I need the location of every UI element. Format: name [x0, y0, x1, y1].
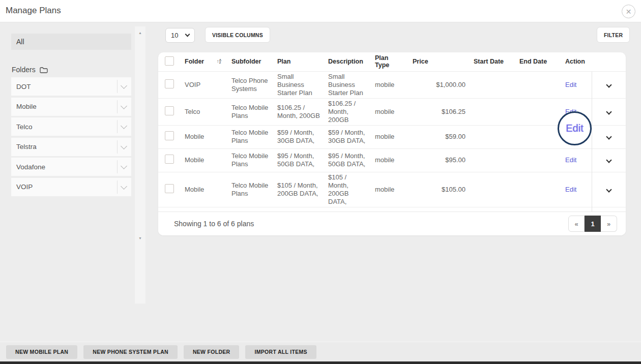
- sort-icon[interactable]: ↑ AZ: [217, 59, 223, 65]
- filter-button[interactable]: FILTER: [597, 27, 630, 43]
- sidebar-item-mobile[interactable]: Mobile: [11, 98, 131, 116]
- column-header-plan-type: Plan Type: [371, 52, 409, 71]
- pagination-next-button[interactable]: »: [601, 216, 617, 232]
- cell-end-date: [515, 98, 561, 125]
- pagination: « 1 »: [568, 216, 617, 232]
- expand-row-icon[interactable]: [606, 109, 611, 114]
- new-folder-button[interactable]: NEW FOLDER: [184, 345, 240, 359]
- folder-item-label: Telco: [16, 123, 33, 131]
- expand-row-icon[interactable]: [606, 134, 611, 139]
- pagination-page-1[interactable]: 1: [585, 216, 601, 232]
- folder-item-label: VOIP: [16, 183, 33, 191]
- select-all-checkbox[interactable]: [165, 56, 174, 66]
- divider: [117, 100, 118, 113]
- divider: [117, 160, 118, 173]
- page-size-select[interactable]: 10: [165, 28, 195, 43]
- chevron-down-icon[interactable]: [121, 163, 127, 169]
- prev-icon: «: [574, 220, 578, 228]
- table-footer: Showing 1 to 6 of 6 plans « 1 »: [158, 211, 626, 235]
- cell-subfolder: Telco Mobile Plans: [227, 98, 273, 125]
- column-header-action: Action: [561, 52, 592, 71]
- cell-end-date: [515, 125, 561, 148]
- cell-plan: Small Business Starter Plan: [273, 71, 324, 98]
- sidebar-item-voip[interactable]: VOIP: [11, 178, 131, 196]
- table-row: Mobile Telco Mobile Plans $59 / Month, 3…: [158, 125, 626, 148]
- table-row: Telco Telco Mobile Plans $106.25 / Month…: [158, 98, 626, 125]
- cell-start-date: [470, 98, 515, 125]
- cell-end-date: [515, 148, 561, 172]
- row-checkbox[interactable]: [165, 184, 174, 193]
- edit-link[interactable]: Edit: [565, 186, 576, 193]
- close-icon: ✕: [626, 8, 632, 16]
- cell-end-date: [515, 71, 561, 98]
- folder-item-label: Vodafone: [16, 163, 45, 171]
- chevron-down-icon[interactable]: [121, 123, 127, 129]
- highlighted-edit-label: Edit: [566, 123, 583, 134]
- cell-plan: $106.25 / Month, 200GB: [273, 98, 324, 125]
- cell-folder: Telco: [181, 98, 227, 125]
- cell-folder: Mobile: [181, 172, 227, 207]
- cell-plan: $59 / Month, 30GB DATA,: [273, 125, 324, 148]
- cell-price: $59.00: [409, 125, 470, 148]
- column-header-subfolder: Subfolder: [227, 52, 273, 71]
- page-title: Manage Plans: [6, 6, 61, 16]
- visible-columns-button[interactable]: VISIBLE COLUMNS: [205, 27, 270, 43]
- table-row: Mobile Telco Mobile Plans $95 / Month, 5…: [158, 148, 626, 172]
- cell-price: $106.25: [409, 98, 470, 125]
- new-phone-system-plan-button[interactable]: NEW PHONE SYSTEM PLAN: [83, 345, 178, 359]
- cell-start-date: [470, 71, 515, 98]
- expand-row-icon[interactable]: [606, 187, 611, 192]
- edit-link[interactable]: Edit: [565, 81, 576, 88]
- pagination-prev-button[interactable]: «: [568, 216, 585, 232]
- new-mobile-plan-button[interactable]: NEW MOBILE PLAN: [6, 345, 77, 359]
- sidebar-item-telstra[interactable]: Telstra: [11, 138, 131, 156]
- expand-row-icon[interactable]: [606, 157, 611, 163]
- edit-highlight-annotation[interactable]: Edit: [558, 111, 592, 145]
- scroll-down-icon[interactable]: ▼: [135, 236, 145, 240]
- chevron-down-icon[interactable]: [121, 143, 127, 149]
- folder-icon: [40, 67, 48, 73]
- row-checkbox[interactable]: [165, 155, 174, 164]
- next-icon: »: [607, 220, 610, 228]
- chevron-down-icon[interactable]: [121, 82, 127, 89]
- sidebar-item-telco[interactable]: Telco: [11, 117, 131, 136]
- import-all-items-button[interactable]: IMPORT ALL ITEMS: [245, 345, 316, 359]
- column-header-start-date: Start Date: [470, 52, 515, 71]
- plans-table: Folder ↑ AZ Subfolder Plan Description P…: [158, 52, 626, 230]
- row-checkbox[interactable]: [165, 106, 174, 115]
- scroll-up-icon[interactable]: ▲: [135, 31, 145, 35]
- expand-row-icon[interactable]: [606, 82, 611, 87]
- table-row: VOIP Telco Phone Systems Small Business …: [158, 71, 626, 98]
- row-checkbox[interactable]: [165, 131, 174, 140]
- cell-subfolder: Telco Mobile Plans: [227, 172, 273, 207]
- cell-start-date: [470, 125, 515, 148]
- cell-description: $105 / Month, 200GB DATA,: [324, 172, 371, 207]
- table-row: Mobile Telco Mobile Plans $105 / Month, …: [158, 172, 626, 207]
- cell-plan: $95 / Month, 50GB DATA,: [273, 148, 324, 172]
- cell-start-date: [470, 172, 515, 207]
- cell-plan: $105 / Month, 200GB DATA,: [273, 172, 324, 207]
- chevron-down-icon[interactable]: [121, 183, 127, 190]
- edit-link[interactable]: Edit: [565, 156, 576, 164]
- divider: [117, 80, 118, 93]
- results-summary: Showing 1 to 6 of 6 plans: [174, 220, 254, 228]
- row-checkbox[interactable]: [165, 79, 174, 88]
- cell-subfolder: Telco Mobile Plans: [227, 148, 273, 172]
- sidebar-item-vodafone[interactable]: Vodafone: [11, 158, 131, 176]
- folders-label: Folders: [12, 66, 36, 74]
- cell-folder: Mobile: [181, 125, 227, 148]
- sidebar-scrollbar[interactable]: ▲ ▼: [135, 26, 145, 304]
- cell-description: $59 / Month, 30GB DATA,: [324, 125, 371, 148]
- visible-columns-label: VISIBLE COLUMNS: [212, 32, 263, 38]
- sidebar-item-all[interactable]: All: [11, 34, 131, 50]
- close-button[interactable]: ✕: [622, 5, 635, 18]
- chevron-down-icon[interactable]: [121, 103, 127, 109]
- cell-folder: Mobile: [181, 148, 227, 172]
- cell-description: $106.25 / Month, 200GB: [324, 98, 371, 125]
- sidebar-item-dot[interactable]: DOT: [11, 77, 131, 96]
- chevron-down-icon: [185, 32, 190, 37]
- cell-plan-type: mobile: [371, 148, 409, 172]
- filter-label: FILTER: [604, 32, 623, 38]
- dialog-header: Manage Plans ✕: [0, 0, 641, 22]
- folder-item-label: DOT: [16, 83, 31, 90]
